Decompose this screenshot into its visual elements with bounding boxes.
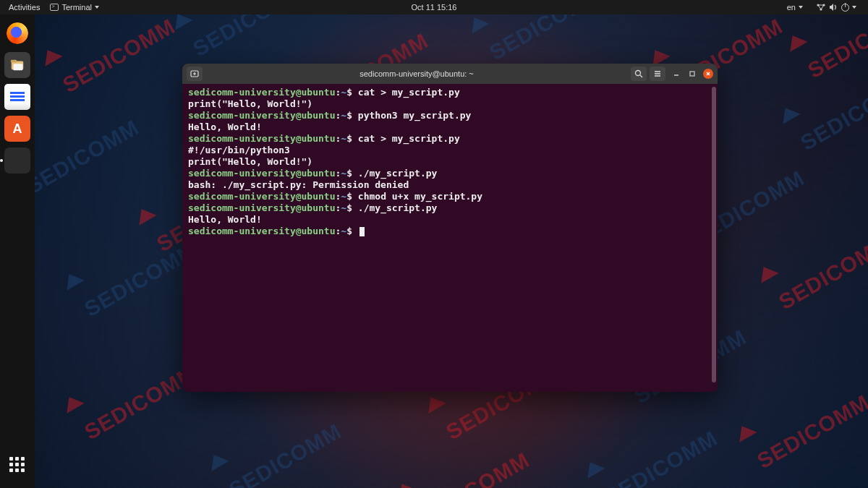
- clock-label: Oct 11 15:16: [412, 3, 457, 12]
- search-button[interactable]: [631, 67, 647, 81]
- terminal-line: Hello, World!: [188, 121, 712, 133]
- terminal-line: #!/usr/bin/python3: [188, 145, 712, 156]
- terminal-line: sedicomm-university@ubuntu:~$ ./my_scrip…: [188, 202, 712, 214]
- maximize-icon: [689, 70, 696, 77]
- volume-icon: [829, 3, 838, 12]
- terminal-cursor: [359, 227, 365, 236]
- wallpaper-text: SEDICOMM: [413, 448, 534, 488]
- terminal-line: Hello, World!: [188, 214, 712, 226]
- terminal-window: sedicomm-university@ubuntu: ~ sedicomm-u…: [182, 64, 718, 392]
- window-title: sedicomm-university@ubuntu: ~: [205, 69, 628, 78]
- terminal-line: sedicomm-university@ubuntu:~$ python3 my…: [188, 110, 712, 121]
- dock-terminal[interactable]: [4, 147, 30, 174]
- svg-rect-5: [14, 64, 23, 70]
- dock-libreoffice-writer[interactable]: [4, 84, 30, 110]
- wallpaper-text: SEDICOMM: [753, 390, 868, 474]
- dock-show-apps[interactable]: [4, 452, 30, 478]
- language-indicator[interactable]: en: [784, 1, 806, 13]
- wallpaper-triangle-icon: [465, 14, 489, 34]
- wallpaper-text: SEDICOMM: [804, 14, 868, 83]
- wallpaper-triangle-icon: [38, 45, 62, 67]
- wallpaper-triangle-icon: [754, 262, 778, 283]
- wallpaper-text: SEDICOMM: [601, 426, 722, 488]
- wallpaper-triangle-icon: [733, 421, 757, 442]
- wallpaper-text: SEDICOMM: [225, 419, 346, 488]
- wallpaper-text: SEDICOMM: [35, 115, 143, 199]
- wallpaper-text: SEDICOMM: [485, 14, 606, 65]
- svg-point-7: [636, 71, 641, 76]
- wallpaper-triangle-icon: [205, 450, 229, 471]
- activities-label: Activities: [9, 3, 40, 12]
- minimize-icon: [673, 70, 680, 77]
- files-icon: [9, 57, 25, 73]
- new-tab-button[interactable]: [187, 67, 203, 81]
- terminal-body[interactable]: sedicomm-university@ubuntu:~$ cat > my_s…: [182, 84, 718, 392]
- wallpaper-triangle-icon: [132, 204, 156, 226]
- grid-icon: [9, 457, 25, 473]
- window-close-button[interactable]: [703, 69, 713, 79]
- terminal-line: sedicomm-university@ubuntu:~$ ./my_scrip…: [188, 168, 712, 179]
- dock-ubuntu-software[interactable]: [4, 116, 30, 142]
- app-menu-button[interactable]: Terminal: [47, 1, 102, 13]
- hamburger-menu-button[interactable]: [650, 67, 665, 81]
- wallpaper-triangle-icon: [783, 30, 807, 52]
- terminal-line: print("Hello, World!"): [188, 156, 712, 168]
- wallpaper-triangle-icon: [60, 269, 84, 291]
- chevron-down-icon: [852, 6, 856, 9]
- power-icon: [841, 4, 849, 12]
- hamburger-icon: [652, 69, 663, 79]
- close-icon: [705, 70, 712, 77]
- terminal-line: sedicomm-university@ubuntu:~$: [188, 226, 712, 237]
- wallpaper-text: SEDICOMM: [59, 14, 179, 98]
- terminal-line: bash: ./my_script.py: Permission denied: [188, 179, 712, 191]
- terminal-icon: [50, 4, 59, 11]
- terminal-line: print("Hello, World!"): [188, 98, 712, 110]
- top-panel: Activities Terminal Oct 11 15:16 en: [0, 0, 868, 14]
- wallpaper-triangle-icon: [422, 392, 446, 414]
- svg-rect-8: [690, 72, 694, 76]
- dock-files[interactable]: [4, 52, 30, 78]
- clock-button[interactable]: Oct 11 15:16: [409, 1, 460, 13]
- terminal-scrollbar[interactable]: [712, 87, 716, 382]
- window-maximize-button[interactable]: [687, 69, 697, 79]
- wallpaper-triangle-icon: [776, 103, 800, 124]
- dock-firefox[interactable]: [4, 20, 30, 46]
- wallpaper-triangle-icon: [60, 392, 84, 414]
- wallpaper-text: SEDICOMM: [189, 14, 310, 61]
- terminal-line: sedicomm-university@ubuntu:~$ cat > my_s…: [188, 133, 712, 145]
- svg-rect-4: [11, 60, 17, 63]
- chevron-down-icon: [799, 6, 803, 9]
- language-label: en: [787, 3, 796, 12]
- window-minimize-button[interactable]: [671, 69, 681, 79]
- terminal-line: sedicomm-university@ubuntu:~$ chmod u+x …: [188, 191, 712, 202]
- network-icon: [816, 3, 826, 12]
- dock: [0, 14, 35, 488]
- wallpaper-text: SEDICOMM: [775, 231, 868, 314]
- search-icon: [634, 69, 644, 79]
- window-titlebar[interactable]: sedicomm-university@ubuntu: ~: [182, 64, 718, 84]
- app-menu-label: Terminal: [61, 3, 92, 12]
- wallpaper-text: SEDICOMM: [796, 72, 868, 155]
- chevron-down-icon: [95, 6, 99, 9]
- wallpaper-triangle-icon: [581, 457, 605, 479]
- activities-button[interactable]: Activities: [6, 1, 43, 13]
- new-tab-icon: [190, 69, 200, 79]
- system-status-area[interactable]: [813, 1, 859, 13]
- terminal-line: sedicomm-university@ubuntu:~$ cat > my_s…: [188, 87, 712, 98]
- wallpaper-triangle-icon: [393, 479, 417, 488]
